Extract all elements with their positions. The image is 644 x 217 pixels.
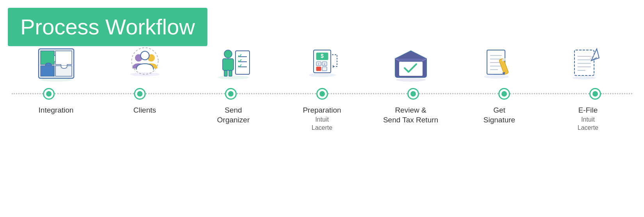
steps-icons-row: $ + × (0, 46, 644, 88)
svg-rect-23 (316, 67, 321, 71)
svg-point-1 (41, 78, 72, 82)
svg-point-15 (218, 75, 249, 79)
step-get-signature (455, 46, 544, 88)
svg-point-6 (130, 72, 160, 76)
tl-gap-6 (510, 93, 589, 94)
label-e-file: E-File IntuitLacerte (544, 105, 632, 132)
step-send-organizer (189, 46, 278, 88)
label-review-send: Review &Send Tax Return (366, 105, 455, 125)
label-get-signature: GetSignature (455, 105, 544, 125)
tl-node-review-send (407, 88, 419, 100)
label-send-organizer: SendOrganizer (189, 105, 278, 125)
step-integration (12, 46, 100, 88)
preparation-icon: $ + × (301, 46, 344, 83)
svg-text:$: $ (321, 53, 324, 59)
clients-label: Clients (133, 105, 156, 115)
svg-point-26 (309, 73, 336, 77)
clients-icon (123, 46, 166, 83)
step-review-send (366, 46, 455, 88)
tl-node-clients (134, 88, 146, 100)
tl-gap-2 (146, 93, 225, 94)
tl-gap-1 (55, 93, 134, 94)
tl-gap-4 (328, 93, 407, 94)
svg-point-5 (141, 51, 149, 60)
label-preparation: Preparation IntuitLacerte (278, 105, 366, 132)
label-integration: Integration (12, 105, 100, 115)
tl-node-get-signature (498, 88, 510, 100)
tl-node-preparation (316, 88, 328, 100)
tl-node-e-file (589, 88, 601, 100)
tl-gap-end (601, 93, 632, 94)
tl-node-send-organizer (225, 88, 237, 100)
step-preparation: $ + × (278, 46, 366, 88)
svg-rect-10 (229, 70, 232, 76)
e-file-icon (567, 46, 610, 83)
step-e-file (544, 46, 632, 88)
tl-node-integration (43, 88, 55, 100)
tl-gap-start (12, 93, 43, 94)
svg-text:+: + (318, 62, 319, 66)
svg-point-28 (396, 78, 426, 82)
step-clients (100, 46, 189, 88)
integration-label: Integration (39, 105, 74, 115)
tl-gap-5 (419, 93, 498, 94)
page-title: Process Workflow (20, 15, 195, 39)
svg-rect-24 (322, 67, 327, 71)
svg-rect-39 (574, 50, 594, 75)
review-send-icon (389, 46, 432, 83)
get-signature-icon (478, 46, 521, 83)
svg-text:×: × (323, 62, 325, 66)
svg-point-7 (224, 50, 232, 58)
e-file-label: E-File (578, 105, 598, 115)
review-send-label: Review &Send Tax Return (383, 105, 438, 125)
svg-point-38 (484, 75, 509, 79)
timeline-row (0, 88, 644, 100)
send-organizer-label: SendOrganizer (217, 105, 250, 125)
preparation-sublabel: IntuitLacerte (312, 116, 332, 132)
get-signature-label: GetSignature (483, 105, 515, 125)
labels-row: Integration Clients SendOrganizer Prepar… (0, 105, 644, 132)
e-file-sublabel: IntuitLacerte (578, 116, 598, 132)
svg-rect-8 (223, 59, 234, 70)
header-banner: Process Workflow (8, 8, 207, 46)
label-clients: Clients (100, 105, 189, 115)
svg-point-48 (573, 76, 596, 79)
svg-rect-9 (224, 70, 227, 76)
svg-marker-25 (333, 65, 334, 68)
tl-gap-3 (237, 93, 316, 94)
send-organizer-icon (212, 46, 255, 83)
integration-icon (35, 46, 78, 83)
preparation-label: Preparation (303, 105, 341, 115)
svg-rect-11 (235, 51, 250, 74)
